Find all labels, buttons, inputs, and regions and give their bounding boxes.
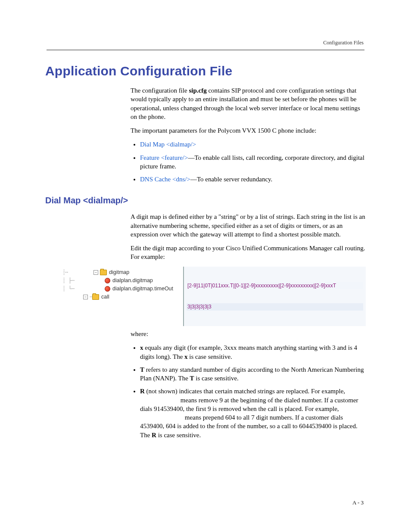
text: —To enable server redundancy. [190,176,272,183]
intro-paragraph-2: The important parameters for the Polycom… [131,126,366,135]
leaf-icon [105,278,110,283]
link-dialmap[interactable]: Dial Map <dialmap/> [140,141,196,148]
text: refers to any standard number of digits … [140,366,364,382]
page-title: Application Configuration File [45,64,366,78]
list-item: T refers to any standard number of digit… [140,365,366,383]
config-tree: ┊╌ − digitmap ┊ ├╌ dialplan.digitmap ┊ └… [62,267,183,327]
token-r: R [152,432,156,439]
parameter-list: Dial Map <dialmap/> Feature <feature/>—T… [131,140,366,184]
list-item: Feature <feature/>—To enable call lists,… [140,153,366,171]
text: equals any digit (for example, 3xxx mean… [140,344,357,360]
tree-label: dialplan.digitmap.timeOut [112,286,173,292]
list-item: x equals any digit (for example, 3xxx me… [140,343,366,361]
header-rule [47,50,364,50]
link-feature[interactable]: Feature <feature/> [140,154,188,161]
config-value-pane: [2-9]11|0T|011xxx.T|[0-1][2-9]xxxxxxxxx|… [183,267,366,327]
intro-paragraph-1: The configuration file sip.cfg contains … [131,86,366,121]
text: (not shown) indicates that certain match… [145,388,345,395]
tree-leaf-dialplan-digitmap[interactable]: ┊ ├╌ dialplan.digitmap [62,277,183,285]
tree-node-call[interactable]: − ╌ call [62,293,183,301]
tree-label: dialplan.digitmap [112,277,153,283]
list-item: DNS Cache <dns/>—To enable server redund… [140,175,366,184]
text: The configuration file [131,87,189,94]
folder-icon [100,270,107,275]
tree-leaf-dialplan-digitmap-timeout[interactable]: ┊ └╌ dialplan.digitmap.timeOut [62,285,183,293]
link-dnscache[interactable]: DNS Cache <dns/> [140,176,190,183]
filename-sipcfg: sip.cfg [189,87,206,94]
digitmap-value-line1: [2-9]11|0T|011xxx.T|[0-1][2-9]xxxxxxxxx|… [187,282,363,289]
text: is case sensitive. [156,432,201,439]
text: is case sensitive. [194,375,239,382]
token-x: x [140,344,143,351]
where-list: x equals any digit (for example, 3xxx me… [131,343,366,439]
list-item: R (not shown) indicates that certain mat… [140,387,366,439]
tree-label: digitmap [109,269,129,275]
collapse-icon[interactable]: − [83,295,88,299]
token-x: x [184,353,188,360]
collapse-icon[interactable]: − [93,270,98,275]
tree-node-digitmap[interactable]: ┊╌ − digitmap [62,268,183,277]
token-t: T [140,366,144,373]
dialmap-paragraph-2: Edit the digit map according to your Cis… [131,244,366,261]
section-heading-dialmap: Dial Map <dialmap/> [45,196,366,205]
token-t: T [190,375,194,382]
leaf-icon [105,286,110,292]
folder-icon [92,294,99,300]
page-number: A - 3 [352,499,364,506]
digitmap-value-line2: 3|3|3|3|3|3 [187,303,363,310]
dialmap-paragraph-1: A digit map is defined either by a "stri… [131,212,366,239]
list-item: Dial Map <dialmap/> [140,140,366,149]
header-section-label: Configuration Files [323,40,364,46]
config-tree-figure: ┊╌ − digitmap ┊ ├╌ dialplan.digitmap ┊ └… [62,267,366,327]
text: means remove 9 at the beginning of the d… [140,397,358,412]
token-r: R [140,388,145,395]
text: is case sensitive. [188,353,232,360]
where-lead: where: [131,330,366,338]
tree-label: call [101,294,109,300]
